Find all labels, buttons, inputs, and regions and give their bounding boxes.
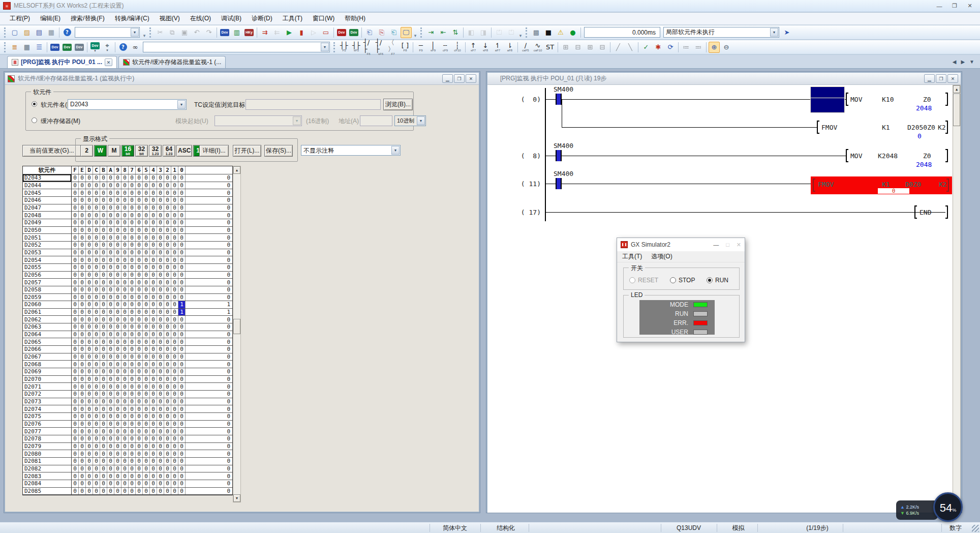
delete-line-icon[interactable]: ╲ — [625, 42, 636, 53]
table-row[interactable]: D205600000000000000000 — [23, 272, 232, 279]
help2-icon[interactable]: ? — [117, 42, 129, 53]
table-row[interactable]: D206400000000000000000 — [23, 331, 232, 339]
device-monitor-titlebar[interactable]: 软元件/缓冲存储器批量监视-1 (监视执行中) ▁ ❐ ✕ — [5, 73, 479, 85]
table-row[interactable]: D207500000000000000000 — [23, 413, 232, 421]
break-set-icon[interactable]: ◧ — [466, 27, 477, 38]
table-row[interactable]: D204600000000000000000 — [23, 197, 232, 204]
table-row[interactable]: D207400000000000000000 — [23, 405, 232, 413]
quick-find-combo[interactable]: ▼ — [75, 27, 140, 38]
vertical-line-icon[interactable]: │sF9 — [427, 42, 439, 53]
comment-display-combo[interactable]: 不显示注释 ▼ — [301, 145, 401, 156]
module-configuration-icon[interactable]: ▦ — [21, 42, 33, 53]
cross-reference-icon[interactable]: ∞ — [130, 42, 141, 53]
radio-icon[interactable] — [707, 277, 713, 283]
device-batch-monitor-icon[interactable]: Dev — [336, 27, 347, 38]
scrollbar-thumb[interactable] — [233, 319, 240, 334]
tab-list-icon[interactable]: ▼ — [968, 58, 976, 66]
window-close-button[interactable]: ✕ — [963, 2, 977, 11]
contact-sm400[interactable] — [556, 150, 562, 161]
scroll-up-icon[interactable]: ▲ — [233, 166, 240, 174]
print-icon[interactable]: ▦ — [46, 27, 57, 38]
child-minimize-button[interactable]: ▁ — [442, 74, 453, 83]
table-row[interactable]: D204800000000000000000 — [23, 212, 232, 219]
watch-start-icon[interactable]: ▷ — [308, 27, 319, 38]
contact-sm400[interactable] — [556, 94, 562, 105]
simulator-chip-icon[interactable]: ▩ — [531, 27, 542, 38]
inline-st-icon[interactable]: ST — [544, 42, 556, 53]
open-contact-icon[interactable]: ┤├F5 — [339, 42, 350, 53]
copy-icon[interactable]: ⧉ — [167, 27, 178, 38]
radio-icon[interactable] — [670, 277, 676, 283]
closed-contact-icon[interactable]: ┤/├F6 — [363, 42, 374, 53]
table-row[interactable]: D206500000000000000000 — [23, 338, 232, 346]
table-row[interactable]: D208300000000000000000 — [23, 472, 232, 480]
change-current-value-button[interactable]: 当前值更改(G)... — [22, 145, 81, 157]
window-minimize-button[interactable]: — — [932, 2, 946, 11]
address-format-combo[interactable]: 10进制 ▼ — [394, 115, 426, 126]
scroll-up-icon[interactable]: ▲ — [953, 85, 960, 93]
format-real32-button[interactable]: 321.23 — [149, 145, 162, 157]
menu-project[interactable]: 工程(P) — [5, 13, 35, 24]
instruction-mov[interactable]: MOV — [850, 96, 862, 103]
device-batch-monitor2-icon[interactable]: Dev — [49, 42, 60, 53]
build-icon[interactable]: ✱ — [653, 42, 664, 53]
watch-stop-icon[interactable]: ▭ — [320, 27, 331, 38]
write-to-plc-icon[interactable]: Dev — [219, 27, 230, 38]
save-project-icon[interactable]: ▤ — [34, 27, 45, 38]
table-row[interactable]: D207300000000000000000 — [23, 398, 232, 406]
table-row[interactable]: D204900000000000000000 — [23, 219, 232, 227]
chevron-down-icon[interactable]: ▼ — [391, 146, 400, 155]
instruction-mov[interactable]: MOV — [850, 152, 862, 160]
stop-simulation-icon[interactable]: ■ — [543, 27, 554, 38]
scrollbar-thumb[interactable] — [953, 94, 960, 126]
table-row[interactable]: D208000000000000000000 — [23, 450, 232, 458]
child-close-button[interactable]: ✕ — [947, 74, 958, 83]
new-project-icon[interactable]: ▢ — [9, 27, 20, 38]
stop-radio[interactable]: STOP — [670, 277, 695, 284]
rising-pulse-branch-icon[interactable]: ↿aF7 — [492, 42, 503, 53]
monitor-mode-icon[interactable]: ⇉ — [259, 27, 270, 38]
table-row[interactable]: D206700000000000000000 — [23, 353, 232, 361]
falling-pulse-branch-icon[interactable]: ⇂aF8 — [504, 42, 515, 53]
format-bit-button[interactable]: 2 — [80, 145, 93, 157]
table-row[interactable]: D208100000000000000000 — [23, 458, 232, 465]
device-table-scrollbar[interactable]: ▲ ▼ — [233, 166, 241, 502]
menu-online[interactable]: 在线(O) — [186, 13, 216, 24]
menu-edit[interactable]: 编辑(E) — [36, 13, 65, 24]
instruction-fmov[interactable]: FMOV — [821, 124, 837, 131]
format-ascii-button[interactable]: ASC — [176, 145, 192, 157]
scroll-down-icon[interactable]: ▼ — [233, 494, 240, 502]
break-clear-icon[interactable]: ◨ — [478, 27, 489, 38]
toolbar-overflow-icon[interactable]: ▾ — [141, 27, 147, 38]
statement-display-icon[interactable]: ≕ — [693, 42, 704, 53]
table-row[interactable]: D208500000000000000000 — [23, 488, 232, 495]
prev-tab-icon[interactable]: ◀ — [951, 58, 958, 66]
table-row[interactable]: D206000000000000000011 — [23, 301, 232, 309]
pause-warning-icon[interactable]: ⚠ — [555, 27, 566, 38]
toolbar-overflow-icon[interactable]: ▾ — [412, 27, 418, 38]
chevron-down-icon[interactable]: ▼ — [417, 116, 425, 125]
find-target-combo[interactable]: ▼ — [143, 42, 330, 52]
ladder-titlebar[interactable]: [PRG]监视 执行中 POU_01 (只读) 19步 ▁ ❐ ✕ — [487, 73, 961, 85]
table-row[interactable]: D205400000000000000000 — [23, 256, 232, 264]
undo-icon[interactable]: ↶ — [191, 27, 202, 38]
table-row[interactable]: D206300000000000000000 — [23, 323, 232, 331]
resize-grip[interactable] — [972, 525, 979, 532]
read-from-plc-icon[interactable]: ▥ — [231, 27, 242, 38]
format-word-button[interactable]: W — [94, 145, 107, 157]
online-change-icon[interactable]: ⟳ — [665, 42, 676, 53]
simulator-menu-tool[interactable]: 工具(T) — [622, 252, 642, 261]
window-maximize-button[interactable]: ❐ — [947, 2, 962, 11]
table-row[interactable]: D205900000000000000000 — [23, 294, 232, 302]
help-icon[interactable]: ? — [62, 27, 73, 38]
intelligent-function-icon[interactable]: ⎗ — [388, 27, 400, 38]
save-button[interactable]: 保存(S)... — [264, 145, 293, 157]
simulator-titlebar[interactable]: GX Simulator2 — □ ✕ — [617, 238, 745, 251]
watch-window-icon[interactable]: Dev — [62, 42, 73, 53]
menu-find-replace[interactable]: 搜索/替换(F) — [66, 13, 109, 24]
table-row[interactable]: D205300000000000000000 — [23, 249, 232, 257]
device-registration-monitor-icon[interactable]: Dev — [348, 27, 359, 38]
device-name-radio[interactable] — [32, 101, 37, 107]
zoom-in-icon[interactable]: ⊕ — [709, 42, 720, 53]
run-radio[interactable]: RUN — [707, 277, 728, 284]
